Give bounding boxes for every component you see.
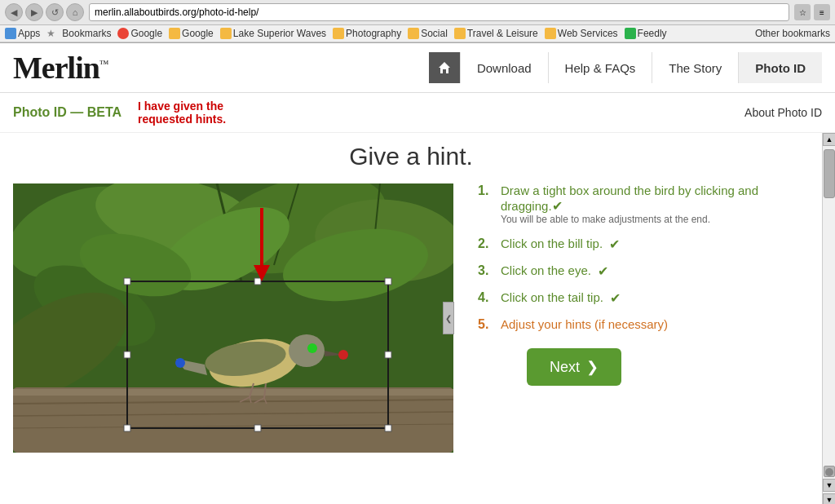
instruction-text-2: Click on the bill tip. [501, 237, 603, 250]
bird-scene-svg [13, 183, 453, 453]
folder-icon [220, 28, 232, 39]
folder-icon [408, 28, 419, 39]
nav-photo-id[interactable]: Photo ID [738, 52, 822, 83]
home-button[interactable]: ⌂ [66, 3, 84, 21]
instruction-item-5: 5. Adjust your hints (if necessary) [478, 317, 801, 332]
browser-toolbar: ◀ ▶ ↺ ⌂ ☆ ≡ [0, 0, 835, 25]
bookmark-google1[interactable]: Google [117, 28, 162, 39]
instruction-num-5: 5. [478, 317, 494, 332]
bookmark-lake[interactable]: Lake Superior Waves [220, 28, 326, 39]
instruction-item-4: 4. Click on the tail tip.✔ [478, 290, 801, 306]
forward-button[interactable]: ▶ [25, 3, 43, 21]
nav-help-faqs[interactable]: Help & FAQs [548, 52, 652, 83]
svg-point-40 [307, 343, 317, 353]
browser-icons: ☆ ≡ [794, 4, 830, 20]
instruction-text-5: Adjust your hints (if necessary) [501, 317, 668, 331]
scroll-icon-dot [825, 468, 833, 476]
bookmark-webservices[interactable]: Web Services [545, 28, 618, 39]
check-3: ✔ [598, 263, 608, 279]
bookmark-feedly[interactable]: Feedly [625, 28, 667, 39]
scrollbar-up-arrow[interactable]: ▲ [823, 133, 835, 146]
photo-id-beta-label: Photo ID — BETA [13, 105, 121, 120]
instruction-item-1: 1. Draw a tight box around the bird by c… [478, 183, 801, 225]
instruction-sub-1: You will be able to make adjustments at … [501, 214, 801, 225]
home-icon [438, 61, 451, 74]
svg-rect-32 [124, 278, 130, 285]
google-icon [117, 28, 129, 39]
svg-point-41 [338, 350, 348, 360]
scrollbar-bottom-arrow[interactable]: ▼ [823, 493, 835, 504]
svg-rect-36 [385, 351, 391, 358]
svg-rect-37 [124, 425, 130, 431]
bookmark-bookmarks[interactable]: Bookmarks [62, 28, 111, 39]
home-nav-button[interactable] [429, 52, 460, 83]
hint-line1: I have given the [138, 99, 226, 113]
bird-image-container[interactable]: ❮ [13, 183, 453, 453]
folder-icon [333, 28, 344, 39]
bookmark-photography[interactable]: Photography [333, 28, 401, 39]
instruction-text-1: Draw a tight box around the bird by clic… [501, 183, 758, 213]
svg-rect-39 [385, 425, 391, 431]
scroll-position-icon [824, 466, 835, 477]
bookmark-travel[interactable]: Travel & Leisure [454, 28, 538, 39]
logo-tm: ™ [99, 58, 108, 69]
back-button[interactable]: ◀ [5, 3, 23, 21]
nav-buttons: ◀ ▶ ↺ ⌂ [5, 3, 84, 21]
bookmark-apps[interactable]: Apps [5, 28, 40, 39]
next-button[interactable]: Next ❯ [527, 348, 621, 386]
feedly-icon [625, 28, 636, 39]
logo-text: Merlin [13, 51, 99, 85]
svg-point-42 [175, 358, 185, 368]
check-4: ✔ [610, 290, 621, 306]
folder-icon [454, 28, 466, 39]
instruction-num-4: 4. [478, 290, 494, 305]
svg-point-19 [289, 334, 325, 367]
about-photo-id-link[interactable]: About Photo ID [744, 106, 822, 119]
next-label: Next [550, 359, 580, 376]
nav-download[interactable]: Download [460, 52, 548, 83]
check-1: ✔ [552, 199, 563, 213]
instruction-text-4: Click on the tail tip. [501, 290, 603, 304]
folder-icon [169, 28, 180, 39]
hint-line2: requested hints. [138, 113, 226, 126]
instruction-num-2: 2. [478, 237, 494, 251]
reload-button[interactable]: ↺ [46, 3, 64, 21]
site-logo: Merlin™ [13, 50, 108, 86]
apps-icon [5, 28, 16, 39]
hint-callout-text: I have given the requested hints. [138, 99, 226, 126]
check-2: ✔ [609, 237, 620, 252]
instruction-num-1: 1. [478, 183, 494, 198]
content-area: Give a hint. [0, 133, 822, 504]
page-container: Merlin™ Download Help & FAQs The Story P… [0, 43, 835, 504]
instruction-text-3: Click on the eye. [501, 263, 591, 277]
star-icon[interactable]: ☆ [794, 4, 811, 20]
collapse-handle[interactable]: ❮ [443, 302, 454, 334]
instruction-item-3: 3. Click on the eye.✔ [478, 263, 801, 279]
instruction-num-3: 3. [478, 263, 494, 278]
scrollbar-down-arrow[interactable]: ▼ [823, 479, 835, 492]
address-bar[interactable] [89, 3, 789, 21]
instructions-panel: 1. Draw a tight box around the bird by c… [470, 183, 809, 453]
main-content: Give a hint. [0, 133, 835, 504]
two-col-layout: ❮ 1. Draw a tight box around the bird by… [13, 183, 809, 453]
sub-header: Photo ID — BETA I have given the request… [0, 93, 835, 133]
bookmark-google2[interactable]: Google [169, 28, 214, 39]
bookmarks-bar: Apps ★ Bookmarks Google Google Lake Supe… [0, 25, 835, 42]
site-header: Merlin™ Download Help & FAQs The Story P… [0, 43, 835, 93]
nav-the-story[interactable]: The Story [652, 52, 738, 83]
bookmark-other[interactable]: Other bookmarks [755, 28, 830, 39]
menu-icon[interactable]: ≡ [814, 4, 830, 20]
folder-icon [545, 28, 556, 39]
browser-chrome: ◀ ▶ ↺ ⌂ ☆ ≡ Apps ★ Bookmarks Google Goog… [0, 0, 835, 43]
hint-callout: I have given the requested hints. [138, 99, 226, 126]
instruction-item-2: 2. Click on the bill tip.✔ [478, 237, 801, 252]
scrollbar[interactable]: ▲ ▼ ▼ [822, 133, 835, 504]
svg-rect-34 [385, 278, 391, 285]
svg-rect-33 [254, 278, 261, 285]
svg-rect-38 [254, 425, 261, 431]
scrollbar-thumb[interactable] [824, 149, 835, 198]
bookmark-social[interactable]: Social [408, 28, 448, 39]
nav-menu: Download Help & FAQs The Story Photo ID [429, 52, 822, 83]
page-title: Give a hint. [13, 143, 809, 170]
svg-rect-35 [124, 351, 130, 358]
